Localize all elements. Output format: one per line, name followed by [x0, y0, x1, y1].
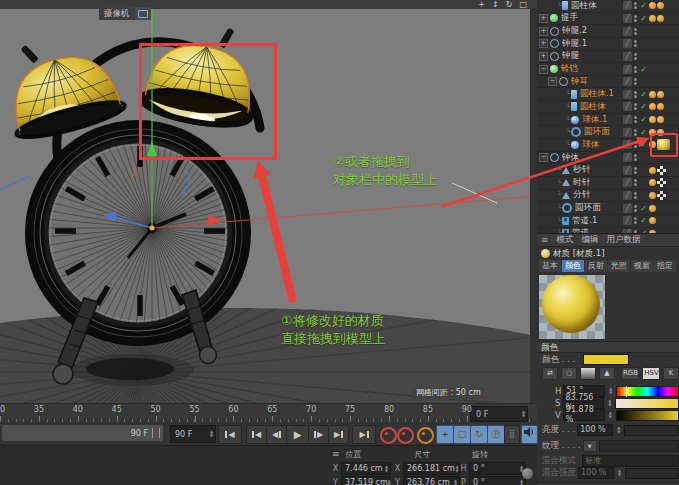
edit-icon[interactable]: ╱: [623, 166, 632, 175]
visibility-dots[interactable]: [634, 53, 637, 60]
next-key-button[interactable]: ▶: [328, 425, 349, 444]
saturation-stepper[interactable]: ▲▼: [606, 399, 613, 407]
pan-icon[interactable]: +: [478, 0, 485, 10]
prev-frame-button[interactable]: ◀: [266, 425, 287, 444]
pos-y-input[interactable]: 37.519 cm▲▼: [341, 476, 391, 485]
expander-toggle[interactable]: +: [539, 39, 548, 48]
keyframe-selection-button[interactable]: [417, 427, 434, 444]
saturation-slider[interactable]: [615, 398, 679, 409]
texture-tag[interactable]: [657, 91, 664, 98]
value-stepper[interactable]: ▲▼: [607, 411, 614, 419]
visibility-dots[interactable]: [634, 15, 637, 22]
visibility-dots[interactable]: [634, 167, 637, 174]
color-wheel-icon[interactable]: ○: [561, 367, 577, 380]
edit-icon[interactable]: ╱: [623, 1, 632, 10]
hsv-mode-button[interactable]: HSV: [642, 367, 660, 380]
tab-基本[interactable]: 基本: [539, 260, 561, 272]
texture-tag[interactable]: [649, 167, 656, 174]
object-row[interactable]: └分针╱✓: [537, 190, 679, 203]
color-swatch[interactable]: [583, 354, 629, 365]
expander-toggle[interactable]: −: [539, 153, 548, 162]
key-rotation-toggle[interactable]: ↻: [470, 425, 488, 444]
goto-start-button[interactable]: ◀: [218, 425, 242, 444]
key-pla-toggle[interactable]: ⣿: [504, 425, 520, 444]
current-frame-stepper[interactable]: ▲▼: [208, 430, 215, 438]
object-row[interactable]: └圆柱体╱✓: [537, 0, 679, 13]
uv-tag[interactable]: [657, 166, 666, 175]
texture-dropdown[interactable]: ▼: [583, 440, 597, 452]
pos-x-input[interactable]: 7.446 cm▲▼: [341, 462, 391, 475]
edit-icon[interactable]: ╱: [623, 128, 632, 137]
object-row[interactable]: +钟腿.2╱✓: [537, 25, 679, 38]
menu-mode[interactable]: 模式: [557, 234, 574, 246]
visibility-dots[interactable]: [634, 78, 637, 85]
texture-tag[interactable]: [649, 179, 656, 186]
maximize-view-icon[interactable]: □: [519, 0, 527, 10]
enabled-check[interactable]: ✓: [639, 65, 648, 74]
visibility-dots[interactable]: [634, 179, 637, 186]
size-x-input[interactable]: 266.181 cm▲▼: [403, 462, 460, 475]
visibility-dots[interactable]: [634, 116, 637, 123]
texture-tag[interactable]: [649, 192, 656, 199]
coords-menu-icon[interactable]: ≡: [332, 449, 340, 460]
enabled-check[interactable]: ✓: [639, 204, 648, 213]
texture-field[interactable]: [599, 440, 679, 452]
enabled-check[interactable]: ✓: [639, 216, 648, 225]
texture-tag[interactable]: [649, 2, 656, 9]
tab-视窗[interactable]: 视窗: [631, 260, 653, 272]
record-keyframe-button[interactable]: [380, 427, 397, 444]
size-y-input[interactable]: 263.76 cm▲▼: [403, 476, 460, 485]
edit-icon[interactable]: ╱: [623, 14, 632, 23]
texture-tag[interactable]: [649, 15, 656, 22]
visibility-dots[interactable]: [634, 103, 637, 110]
edit-icon[interactable]: ╱: [623, 102, 632, 111]
dolly-icon[interactable]: ↕: [492, 0, 499, 10]
edit-icon[interactable]: ╱: [623, 216, 632, 225]
brightness-slider[interactable]: [624, 425, 679, 436]
uv-tag[interactable]: [657, 191, 666, 200]
edit-icon[interactable]: ╱: [623, 115, 632, 124]
camera-icon[interactable]: [135, 7, 151, 20]
object-row[interactable]: −钟耳╱✓: [537, 76, 679, 89]
rotate-view-icon[interactable]: ↻: [506, 0, 513, 10]
visibility-dots[interactable]: [634, 217, 637, 224]
uv-tag[interactable]: [657, 178, 666, 187]
brightness-input[interactable]: 100 %: [577, 424, 613, 436]
object-row[interactable]: └球体.1╱✓: [537, 114, 679, 127]
enabled-check[interactable]: ✓: [639, 1, 648, 10]
tab-反射[interactable]: 反射: [585, 260, 607, 272]
texture-tag[interactable]: [657, 2, 664, 9]
edit-icon[interactable]: ╱: [623, 153, 632, 162]
rgb-mode-button[interactable]: RGB: [621, 367, 639, 380]
edit-icon[interactable]: ╱: [623, 39, 632, 48]
texture-tag[interactable]: [649, 103, 656, 110]
timeline-scrollbar[interactable]: 90 F: [2, 425, 163, 441]
expander-toggle[interactable]: +: [539, 14, 548, 23]
object-row[interactable]: └时针╱✓: [537, 177, 679, 190]
texture-tag[interactable]: [649, 91, 656, 98]
rot-h-input[interactable]: 0 °▲▼: [469, 462, 526, 475]
edit-icon[interactable]: ╱: [623, 204, 632, 213]
edit-icon[interactable]: ╱: [623, 27, 632, 36]
object-row[interactable]: └圆环面╱✓: [537, 202, 679, 215]
expander-toggle[interactable]: −: [539, 65, 548, 74]
visibility-dots[interactable]: [634, 205, 637, 212]
texture-tag[interactable]: [657, 116, 664, 123]
enabled-check[interactable]: ✓: [639, 14, 648, 23]
rot-p-input[interactable]: 0 °▲▼: [469, 476, 526, 485]
texture-tag[interactable]: [649, 116, 656, 123]
expander-toggle[interactable]: +: [539, 27, 548, 36]
object-row[interactable]: └圆柱体.1╱✓: [537, 88, 679, 101]
tab-颜色[interactable]: 颜色: [562, 260, 584, 272]
visibility-dots[interactable]: [634, 129, 637, 136]
hue-slider[interactable]: [616, 386, 679, 397]
edit-icon[interactable]: ╱: [623, 90, 632, 99]
autokey-button[interactable]: [397, 427, 414, 444]
key-position-toggle[interactable]: +: [436, 425, 454, 444]
key-parameter-toggle[interactable]: Ⓟ: [487, 425, 505, 444]
hue-stepper[interactable]: ▲▼: [607, 387, 614, 395]
spectrum-icon[interactable]: [580, 367, 596, 380]
tab-指定[interactable]: 指定: [654, 260, 676, 272]
visibility-dots[interactable]: [634, 28, 637, 35]
next-frame-button[interactable]: ▶: [308, 425, 329, 444]
